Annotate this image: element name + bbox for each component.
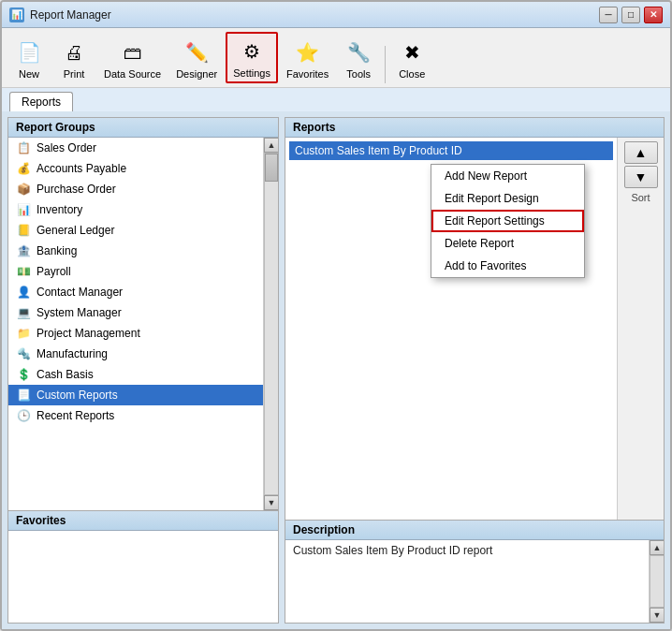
maximize-button[interactable]: □ <box>621 7 640 23</box>
cash-basis-label: Cash Basis <box>37 368 94 381</box>
report-groups-header: Report Groups <box>8 118 278 138</box>
print-button[interactable]: 🖨 Print <box>52 34 95 83</box>
recent-reports-icon: 🕒 <box>16 408 31 423</box>
reports-area: Custom Sales Item By Product ID ▲ ▼ Sort… <box>285 138 664 520</box>
payroll-icon: 💵 <box>16 264 31 279</box>
close-toolbar-icon: ✖ <box>397 37 427 67</box>
sidebar-item-recent-reports[interactable]: 🕒 Recent Reports <box>8 405 263 426</box>
close-toolbar-label: Close <box>399 68 425 80</box>
reports-header: Reports <box>285 118 664 138</box>
context-delete-report[interactable]: Delete Report <box>431 232 584 255</box>
toolbar-separator <box>385 46 386 83</box>
tools-icon: 🔧 <box>343 37 373 67</box>
project-management-icon: 📁 <box>16 326 31 341</box>
designer-button[interactable]: ✏️ Designer <box>169 34 224 83</box>
right-panel: Reports Custom Sales Item By Product ID … <box>285 117 665 624</box>
datasource-label: Data Source <box>104 68 161 80</box>
tools-button[interactable]: 🔧 Tools <box>337 34 380 83</box>
sort-down-button[interactable]: ▼ <box>624 166 658 188</box>
sort-up-button[interactable]: ▲ <box>624 141 658 164</box>
sidebar-item-inventory[interactable]: 📊 Inventory <box>8 199 263 220</box>
sidebar-item-purchase-order[interactable]: 📦 Purchase Order <box>8 179 263 199</box>
sidebar-item-sales-order[interactable]: 📋 Sales Order <box>8 138 263 158</box>
favorites-content <box>8 531 278 538</box>
sidebar-item-accounts-payable[interactable]: 💰 Accounts Payable <box>8 158 263 179</box>
scroll-down-arrow[interactable]: ▼ <box>264 495 278 510</box>
inventory-label: Inventory <box>37 203 82 216</box>
main-window: 📊 Report Manager ─ □ ✕ 📄 New 🖨 Print 🗃 D… <box>0 0 672 631</box>
settings-label: Settings <box>233 67 270 79</box>
new-button[interactable]: 📄 New <box>7 34 51 83</box>
sidebar-item-banking[interactable]: 🏦 Banking <box>8 241 263 261</box>
accounts-payable-icon: 💰 <box>16 161 31 176</box>
settings-button[interactable]: ⚙ Settings <box>226 32 278 83</box>
sidebar-item-contact-manager[interactable]: 👤 Contact Manager <box>8 282 263 302</box>
desc-scroll-up[interactable]: ▲ <box>650 540 664 555</box>
sidebar-item-project-management[interactable]: 📁 Project Management <box>8 323 263 344</box>
new-icon: 📄 <box>14 37 44 67</box>
purchase-order-icon: 📦 <box>16 182 31 197</box>
context-edit-design[interactable]: Edit Report Design <box>431 187 584 210</box>
favorites-icon: ⭐ <box>293 37 323 67</box>
manufacturing-label: Manufacturing <box>37 347 108 360</box>
system-manager-label: System Manager <box>37 306 122 319</box>
sidebar-item-general-ledger[interactable]: 📒 General Ledger <box>8 220 263 241</box>
left-panel: Report Groups 📋 Sales Order 💰 Accounts P… <box>7 117 279 624</box>
favorites-header: Favorites <box>8 511 278 531</box>
sort-label: Sort <box>631 192 650 203</box>
desc-scroll-down[interactable]: ▼ <box>650 608 664 623</box>
sidebar-item-manufacturing[interactable]: 🔩 Manufacturing <box>8 344 263 364</box>
context-menu: Add New Report Edit Report Design Edit R… <box>431 164 585 278</box>
description-header: Description <box>285 521 664 540</box>
tools-label: Tools <box>346 68 371 80</box>
left-scrollbar-track[interactable] <box>264 153 278 495</box>
general-ledger-label: General Ledger <box>37 224 114 237</box>
report-item-custom-sales[interactable]: Custom Sales Item By Product ID <box>289 141 613 160</box>
description-panel: Description Custom Sales Item By Product… <box>285 520 664 623</box>
desc-scrollbar-track[interactable] <box>650 555 664 608</box>
custom-reports-icon: 📃 <box>16 388 31 403</box>
designer-icon: ✏️ <box>182 37 212 67</box>
sidebar-item-payroll[interactable]: 💵 Payroll <box>8 261 263 282</box>
custom-reports-label: Custom Reports <box>37 389 118 402</box>
app-icon-symbol: 📊 <box>11 9 22 20</box>
left-panel-scrollbar[interactable]: ▲ ▼ <box>263 138 278 510</box>
app-icon: 📊 <box>9 7 24 22</box>
favorites-button[interactable]: ⭐ Favorites <box>280 34 335 83</box>
datasource-button[interactable]: 🗃 Data Source <box>97 34 168 83</box>
favorites-label: Favorites <box>286 68 329 80</box>
toolbar: 📄 New 🖨 Print 🗃 Data Source ✏️ Designer … <box>2 28 670 88</box>
sidebar-item-system-manager[interactable]: 💻 System Manager <box>8 302 263 323</box>
inventory-icon: 📊 <box>16 202 31 217</box>
close-button[interactable]: ✕ <box>644 7 663 23</box>
sidebar-item-custom-reports[interactable]: 📃 Custom Reports <box>8 385 263 405</box>
sidebar-item-cash-basis[interactable]: 💲 Cash Basis <box>8 364 263 385</box>
scroll-up-arrow[interactable]: ▲ <box>264 138 278 153</box>
tab-reports[interactable]: Reports <box>9 92 73 111</box>
payroll-label: Payroll <box>37 265 71 278</box>
window-title: Report Manager <box>30 8 599 22</box>
close-toolbar-button[interactable]: ✖ Close <box>390 34 433 83</box>
report-groups-list: 📋 Sales Order 💰 Accounts Payable 📦 Purch… <box>8 138 263 510</box>
main-content: Report Groups 📋 Sales Order 💰 Accounts P… <box>2 111 670 629</box>
sales-order-label: Sales Order <box>37 141 96 154</box>
left-scrollbar-thumb[interactable] <box>265 154 278 182</box>
title-bar: 📊 Report Manager ─ □ ✕ <box>2 2 670 28</box>
print-label: Print <box>64 68 85 80</box>
banking-icon: 🏦 <box>16 243 31 258</box>
desc-scrollbar[interactable]: ▲ ▼ <box>649 540 664 623</box>
description-text: Custom Sales Item By Product ID report <box>285 540 649 623</box>
minimize-button[interactable]: ─ <box>599 7 618 23</box>
purchase-order-label: Purchase Order <box>37 183 116 196</box>
context-edit-settings[interactable]: Edit Report Settings <box>431 210 584 232</box>
contact-manager-label: Contact Manager <box>37 286 123 299</box>
accounts-payable-label: Accounts Payable <box>37 162 126 175</box>
cash-basis-icon: 💲 <box>16 367 31 382</box>
recent-reports-label: Recent Reports <box>37 409 114 422</box>
context-add-favorites[interactable]: Add to Favorites <box>431 255 584 277</box>
sort-area: ▲ ▼ Sort <box>617 138 664 520</box>
context-add-new[interactable]: Add New Report <box>431 165 584 187</box>
sales-order-icon: 📋 <box>16 140 31 155</box>
contact-manager-icon: 👤 <box>16 285 31 300</box>
print-icon: 🖨 <box>59 37 89 67</box>
